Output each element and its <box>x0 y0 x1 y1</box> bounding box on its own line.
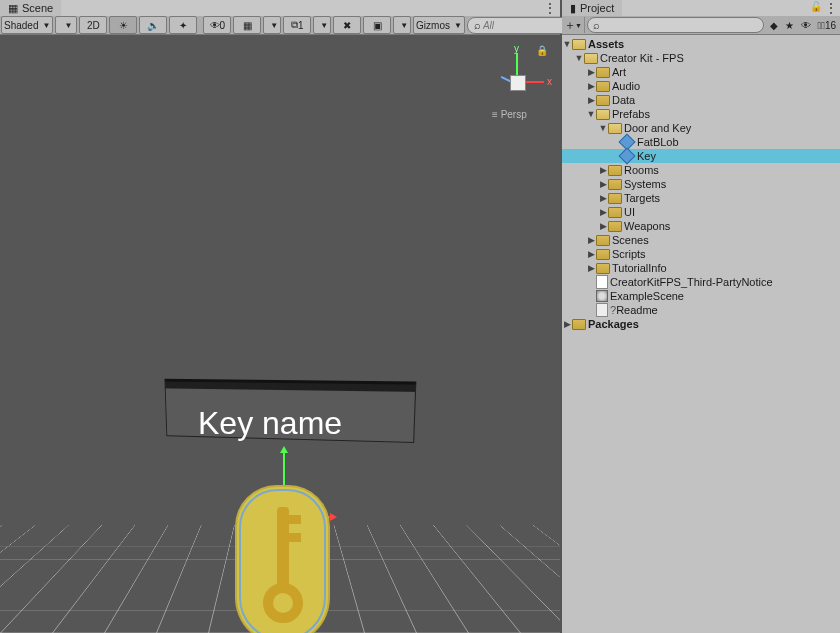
chevron-down-icon: ▼ <box>454 21 462 30</box>
create-button[interactable]: ＋▼ <box>562 17 585 33</box>
folder-icon <box>608 207 622 218</box>
chevron-down-icon: ▼ <box>42 21 50 30</box>
folder-icon <box>608 123 622 134</box>
camera-settings[interactable]: ▣ <box>363 16 391 34</box>
fx-toggle[interactable]: ✦ <box>169 16 197 34</box>
shading-mode-value: Shaded <box>4 20 38 31</box>
folder-icon <box>584 53 598 64</box>
scene-tab-menu-icon[interactable]: ⋮ <box>544 1 556 15</box>
tree-row-scenes[interactable]: ▶Scenes <box>562 233 840 247</box>
grid-dropdown[interactable]: ▼ <box>263 16 281 34</box>
hidden-objects-toggle[interactable]: 👁 0 <box>203 16 231 34</box>
scene-file-icon <box>596 290 608 302</box>
project-toolbar: ＋▼ ⌕ ◆ ★ 👁 👁̷16 <box>562 16 840 35</box>
tree-row-creatorkit[interactable]: ▼Creator Kit - FPS <box>562 51 840 65</box>
tree-row-tutorial[interactable]: ▶TutorialInfo <box>562 261 840 275</box>
tree-row-art[interactable]: ▶Art <box>562 65 840 79</box>
folder-icon <box>608 221 622 232</box>
orient-y-axis[interactable] <box>516 53 518 75</box>
tree-row-targets[interactable]: ▶Targets <box>562 191 840 205</box>
scene-panel: ▦ Scene ⋮ Shaded ▼ ▼ 2D ☀ 🔈 ✦ 👁 0 ▦ ▼ ⧉ … <box>0 0 562 633</box>
project-tab[interactable]: ▮ Project <box>562 0 622 16</box>
orientation-gizmo[interactable]: 🔒 ≡ Persp <box>488 45 548 125</box>
wireframe-dropdown[interactable]: ▼ <box>55 16 77 34</box>
tree-row-packages[interactable]: ▶Packages <box>562 317 840 331</box>
tree-row-ui[interactable]: ▶UI <box>562 205 840 219</box>
chevron-down-icon: ▼ <box>575 22 582 29</box>
project-tree[interactable]: ▼Assets ▼Creator Kit - FPS ▶Art ▶Audio ▶… <box>562 35 840 633</box>
hidden-count[interactable]: 👁̷16 <box>814 17 840 33</box>
gizmos-dropdown[interactable]: Gizmos ▼ <box>413 16 465 34</box>
eye-off-icon: 👁̷ <box>818 20 825 31</box>
chevron-down-icon: ▼ <box>320 21 328 30</box>
lock-icon[interactable]: 🔒 <box>536 45 548 56</box>
prefab-icon <box>619 148 636 165</box>
tool-settings[interactable]: ✖ <box>333 16 361 34</box>
folder-icon <box>572 319 586 330</box>
chevron-down-icon: ▼ <box>64 21 72 30</box>
folder-icon <box>596 81 610 92</box>
component-tools[interactable]: ⧉ 1 <box>283 16 311 34</box>
search-icon: ⌕ <box>593 19 600 31</box>
chevron-down-icon: ▼ <box>270 21 278 30</box>
scene-tabbar: ▦ Scene ⋮ <box>0 0 560 16</box>
grid-toggle[interactable]: ▦ <box>233 16 261 34</box>
tree-row-examplescene[interactable]: ▶ExampleScene <box>562 289 840 303</box>
tree-row-fatblob[interactable]: ▶FatBLob <box>562 135 840 149</box>
tree-row-assets[interactable]: ▼Assets <box>562 37 840 51</box>
orient-center[interactable] <box>510 75 526 91</box>
scene-toolbar: Shaded ▼ ▼ 2D ☀ 🔈 ✦ 👁 0 ▦ ▼ ⧉ 1 ▼ ✖ ▣ ▼ … <box>0 16 560 35</box>
camera-icon: ▣ <box>373 20 382 31</box>
fx-icon: ✦ <box>179 20 187 31</box>
project-icon: ▮ <box>570 2 576 15</box>
tree-row-doorandkey[interactable]: ▼Door and Key <box>562 121 840 135</box>
scene-tab[interactable]: ▦ Scene <box>0 0 61 16</box>
tree-row-weapons[interactable]: ▶Weapons <box>562 219 840 233</box>
projection-label[interactable]: ≡ Persp <box>492 109 527 120</box>
tree-row-scripts[interactable]: ▶Scripts <box>562 247 840 261</box>
project-tab-menu-icon[interactable]: ⋮ <box>825 1 837 15</box>
key-bow <box>263 583 303 623</box>
hidden-toggle[interactable]: 👁 <box>798 17 814 33</box>
key-prefab-mesh[interactable] <box>235 485 330 633</box>
tree-row-notice[interactable]: ▶CreatorKitFPS_Third-PartyNotice <box>562 275 840 289</box>
chevron-down-icon: ▼ <box>400 21 408 30</box>
key-teeth <box>287 515 301 555</box>
shading-mode-dropdown[interactable]: Shaded ▼ <box>1 16 53 34</box>
tree-row-audio[interactable]: ▶Audio <box>562 79 840 93</box>
component-tools-dropdown[interactable]: ▼ <box>313 16 331 34</box>
project-tab-label: Project <box>580 2 614 14</box>
project-panel: ▮ Project 🔓 ⋮ ＋▼ ⌕ ◆ ★ 👁 👁̷16 ▼Assets ▼C… <box>562 0 840 633</box>
folder-icon <box>596 249 610 260</box>
folder-icon <box>608 179 622 190</box>
audio-toggle[interactable]: 🔈 <box>139 16 167 34</box>
2d-toggle[interactable]: 2D <box>79 16 107 34</box>
grid-icon: ▦ <box>243 20 252 31</box>
lighting-toggle[interactable]: ☀ <box>109 16 137 34</box>
filter-by-type-button[interactable]: ◆ <box>766 17 782 33</box>
tree-row-key[interactable]: ▶Key <box>562 149 840 163</box>
layers-icon: ⧉ <box>291 19 298 31</box>
folder-icon <box>608 165 622 176</box>
tree-row-prefabs[interactable]: ▼Prefabs <box>562 107 840 121</box>
filter-by-label-button[interactable]: ★ <box>782 17 798 33</box>
speaker-icon: 🔈 <box>147 20 159 31</box>
project-search[interactable]: ⌕ <box>587 17 764 33</box>
scene-tab-label: Scene <box>22 2 53 14</box>
project-search-input[interactable] <box>600 19 758 32</box>
tree-row-data[interactable]: ▶Data <box>562 93 840 107</box>
camera-settings-dropdown[interactable]: ▼ <box>393 16 411 34</box>
orient-x-axis[interactable] <box>524 81 544 83</box>
tree-row-readme[interactable]: ▶? Readme <box>562 303 840 317</box>
tree-row-systems[interactable]: ▶Systems <box>562 177 840 191</box>
eye-off-icon: 👁 <box>210 20 220 31</box>
scene-icon: ▦ <box>8 2 18 15</box>
text-file-icon <box>596 275 608 289</box>
folder-icon <box>596 67 610 78</box>
tree-row-rooms[interactable]: ▶Rooms <box>562 163 840 177</box>
scene-viewport[interactable]: Key name 🔒 ≡ Persp <box>0 35 560 633</box>
wrench-icon: ✖ <box>343 20 351 31</box>
lock-icon[interactable]: 🔓 <box>810 1 822 12</box>
folder-icon <box>596 263 610 274</box>
folder-icon <box>596 109 610 120</box>
